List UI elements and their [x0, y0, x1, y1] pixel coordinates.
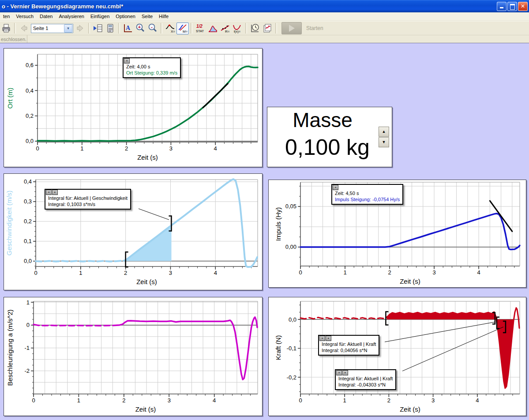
- annotation-line: Integral: 0,1003 s*m/s: [48, 201, 128, 207]
- annotation-close-button[interactable]: ×: [333, 185, 338, 190]
- chart-canvas-beschleunigung: 0123410-1-2Zeit (s)Beschleunigung a (m/s…: [4, 297, 262, 416]
- menu-item-einfügen[interactable]: Einfügen: [87, 13, 113, 20]
- annotation-line: Zeit: 4,00 s: [126, 64, 177, 70]
- svg-text:0: 0: [32, 397, 35, 404]
- graph-panel-ort[interactable]: 012340,00,20,40,6Zeit (s)Ort (m)×Zeit: 4…: [4, 48, 263, 167]
- examine-icon[interactable]: X=: [164, 22, 176, 34]
- graph-panel-geschwindigkeit[interactable]: 012340,00,10,20,30,4Zeit (s)Geschwindigk…: [4, 173, 263, 290]
- annotation-box[interactable]: ×Zeit: 4,50 sImpuls Steigung: -0,0754 Hy…: [331, 184, 403, 205]
- svg-text:3: 3: [431, 397, 435, 404]
- graph-panel-impuls[interactable]: 012340,000,05Zeit (s)Impuls (Hy)×Zeit: 4…: [268, 180, 526, 288]
- menu-item-seite[interactable]: Seite: [139, 13, 156, 20]
- svg-text:0: 0: [26, 322, 30, 328]
- masse-label: Masse: [267, 108, 378, 132]
- svg-text:3: 3: [168, 397, 171, 404]
- svg-text:3: 3: [432, 269, 435, 276]
- masse-decrement-button[interactable]: ▼: [379, 137, 389, 147]
- annotation-minimize-button[interactable]: ▪: [342, 370, 348, 375]
- minimize-button[interactable]: [497, 2, 506, 11]
- annotation-box[interactable]: ×▪Integral für: Aktuell | KraftIntegral:…: [335, 369, 396, 390]
- svg-text:Geschwindigkeit (m/s): Geschwindigkeit (m/s): [5, 191, 13, 256]
- start-button-label: Starten: [306, 25, 323, 31]
- graph-options-icon[interactable]: A: [122, 22, 134, 34]
- svg-text:-0,2: -0,2: [287, 374, 296, 381]
- svg-text:1: 1: [80, 145, 83, 152]
- zoom-in-icon[interactable]: +: [134, 22, 146, 34]
- svg-text:A: A: [126, 25, 131, 31]
- page-chart-icon[interactable]: [261, 22, 274, 34]
- status-bar: eschlossen.: [0, 35, 529, 43]
- annotation-box[interactable]: ×▪Integral für: Aktuell | KraftIntegral:…: [318, 335, 379, 356]
- annotation-box[interactable]: ×▪Integral für: Aktuell | Geschwindigkei…: [45, 189, 131, 210]
- page-back-icon[interactable]: [18, 22, 30, 34]
- menu-item-versuch[interactable]: Versuch: [13, 13, 37, 20]
- linear-fit-icon[interactable]: R=: [219, 22, 231, 34]
- svg-text:0: 0: [299, 269, 302, 276]
- svg-text:0: 0: [299, 397, 302, 404]
- svg-text:-1: -1: [24, 345, 30, 351]
- page-selector[interactable]: Seite 1▾: [31, 24, 73, 33]
- tangent-icon[interactable]: M=: [176, 22, 189, 34]
- chart-canvas-kraft: 012340,0-0,1-0,2Zeit (s)Kraft (N): [269, 297, 526, 416]
- toolbar-separator: [245, 23, 247, 34]
- svg-text:1: 1: [343, 269, 346, 276]
- statistics-icon[interactable]: 1/2STAT: [194, 22, 206, 34]
- toolbar-separator: [14, 23, 16, 34]
- annotation-close-button[interactable]: ×: [336, 370, 342, 375]
- annotation-minimize-button[interactable]: ▪: [52, 190, 58, 195]
- curve-fit-icon[interactable]: f(x)=: [231, 22, 244, 34]
- svg-text:1/2: 1/2: [196, 24, 203, 29]
- masse-value: 0,100 kg: [268, 135, 386, 160]
- start-button[interactable]: [281, 22, 302, 34]
- graph-panel-kraft[interactable]: 012340,0-0,1-0,2Zeit (s)Kraft (N)×▪Integ…: [268, 297, 526, 416]
- masse-increment-button[interactable]: ▲: [379, 127, 389, 137]
- svg-text:Zeit (s): Zeit (s): [400, 278, 420, 285]
- annotation-line: Integral für: Aktuell | Kraft: [338, 375, 393, 382]
- svg-text:4: 4: [214, 145, 217, 152]
- menu-item-hilfe[interactable]: Hilfe: [156, 13, 172, 20]
- annotation-minimize-button[interactable]: ▪: [326, 336, 331, 341]
- svg-text:Zeit (s): Zeit (s): [400, 405, 420, 413]
- svg-text:1: 1: [77, 397, 80, 404]
- svg-text:0,00: 0,00: [285, 244, 296, 250]
- svg-text:4: 4: [214, 270, 217, 276]
- annotation-close-button[interactable]: ×: [46, 190, 52, 195]
- zoom-out-icon[interactable]: -: [146, 22, 159, 34]
- svg-text:f(x)=: f(x)=: [234, 30, 241, 34]
- svg-text:2: 2: [125, 145, 128, 152]
- restore-button[interactable]: [507, 2, 517, 11]
- svg-text:2: 2: [122, 397, 125, 404]
- svg-text:1: 1: [26, 299, 30, 306]
- svg-text:Ort (m): Ort (m): [6, 88, 14, 109]
- menu-item-optionen[interactable]: Optionen: [113, 13, 139, 20]
- graph-panel-beschleunigung[interactable]: 0123410-1-2Zeit (s)Beschleunigung a (m/s…: [4, 297, 263, 416]
- annotation-line: Ort Steigung: 0,339 m/s: [126, 70, 177, 76]
- svg-text:0: 0: [36, 145, 39, 152]
- svg-text:Zeit (s): Zeit (s): [136, 278, 157, 285]
- close-button[interactable]: ✕: [518, 2, 528, 11]
- window-title: o - Vernier Bewegungsdiagramme neu.cmbl*: [0, 3, 123, 10]
- data-collection-icon[interactable]: [249, 22, 261, 34]
- masse-spinner: ▲ ▼: [379, 127, 389, 148]
- annotation-close-button[interactable]: ×: [319, 336, 325, 341]
- print-icon[interactable]: [0, 22, 12, 34]
- data-table-icon[interactable]: [92, 22, 104, 34]
- svg-text:0,4: 0,4: [26, 87, 34, 94]
- svg-text:Impuls (Hy): Impuls (Hy): [274, 207, 282, 241]
- svg-text:0,4: 0,4: [24, 178, 32, 185]
- annotation-close-button[interactable]: ×: [124, 58, 130, 64]
- svg-text:4: 4: [213, 397, 216, 404]
- chevron-down-icon[interactable]: ▾: [64, 24, 72, 33]
- menu-item-daten[interactable]: Daten: [37, 13, 56, 20]
- page-forward-icon[interactable]: [74, 22, 86, 34]
- menu-item-analysieren[interactable]: Analysieren: [56, 13, 87, 20]
- svg-text:0,05: 0,05: [285, 203, 296, 210]
- calculator-icon[interactable]: [104, 22, 116, 34]
- svg-text:3: 3: [169, 145, 173, 152]
- integral-icon[interactable]: [206, 22, 219, 34]
- annotation-line: Impuls Steigung: -0,0754 Hy/s: [335, 196, 400, 202]
- annotation-box[interactable]: ×Zeit: 4,00 sOrt Steigung: 0,339 m/s: [123, 57, 181, 78]
- toolbar-separator: [191, 23, 192, 34]
- status-message: eschlossen.: [0, 35, 27, 43]
- menu-item-ten[interactable]: ten: [0, 13, 13, 20]
